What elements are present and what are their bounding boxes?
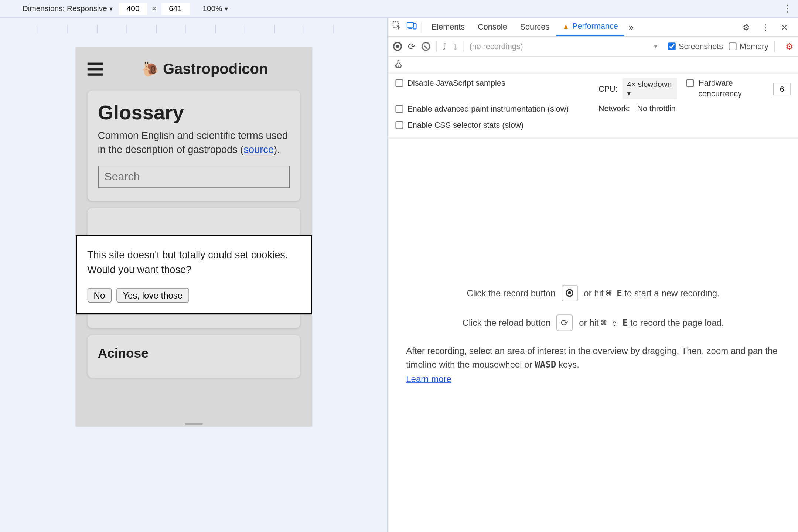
gear-icon[interactable]: ⚙ [740, 22, 753, 32]
responsive-viewport: 🐌Gastropodicon Glossary Common English a… [0, 18, 388, 532]
height-input[interactable] [161, 3, 190, 14]
close-icon[interactable]: ✕ [778, 22, 791, 32]
upload-icon[interactable]: ⤴ [443, 42, 447, 51]
tab-performance[interactable]: ▲Performance [556, 18, 624, 36]
capture-settings: Disable JavaScript samples CPU: 4× slowd… [388, 73, 798, 138]
css-selector-stats-checkbox[interactable]: Enable CSS selector stats (slow) [395, 120, 588, 130]
clear-icon[interactable] [422, 42, 430, 51]
glossary-subtitle: Common English and scientific terms used… [98, 129, 289, 157]
drawer-handle[interactable] [185, 423, 202, 425]
learn-more-link[interactable]: Learn more [406, 374, 451, 383]
search-input[interactable]: Search [98, 165, 289, 188]
tab-sources[interactable]: Sources [514, 18, 555, 36]
dimension-separator: × [152, 4, 156, 13]
cookie-text: This site doesn't but totally could set … [87, 248, 300, 277]
cpu-throttle-select[interactable]: 4× slowdown ▾ [622, 78, 677, 100]
performance-toolbar: ⟳ ⤴ ⤵ (no recordings) ▼ Screenshots Memo… [388, 37, 798, 57]
width-input[interactable] [119, 3, 147, 14]
screenshots-checkbox[interactable]: Screenshots [668, 42, 723, 51]
collect-garbage-icon[interactable] [394, 60, 402, 70]
performance-empty-state: Click the record button or hit ⌘ E to st… [388, 138, 798, 532]
record-button-hint[interactable] [562, 285, 578, 301]
site-brand: 🐌Gastropodicon [110, 60, 300, 77]
hamburger-icon[interactable] [87, 62, 103, 75]
chevron-down-icon[interactable]: ▼ [653, 43, 659, 50]
snail-icon: 🐌 [141, 61, 159, 77]
advanced-paint-checkbox[interactable]: Enable advanced paint instrumentation (s… [395, 104, 588, 115]
tabs-overflow-icon[interactable]: » [625, 22, 637, 32]
record-icon[interactable] [393, 42, 402, 51]
svg-rect-2 [408, 28, 412, 29]
warning-icon: ▲ [562, 22, 569, 30]
brand-text: Gastropodicon [163, 60, 268, 77]
kebab-icon[interactable]: ⋮ [759, 22, 772, 32]
hint-text: or hit ⌘ E to start a new recording. [584, 288, 720, 299]
download-icon[interactable]: ⤵ [453, 42, 457, 51]
device-toolbar-menu-icon[interactable]: ⋮ [782, 3, 792, 14]
hint-text: Click the reload button [463, 317, 551, 327]
recordings-dropdown[interactable]: (no recordings) [469, 42, 523, 51]
devtools-panel: Elements Console Sources ▲Performance » … [388, 18, 798, 532]
reload-icon[interactable]: ⟳ [408, 41, 416, 52]
cookie-yes-button[interactable]: Yes, love those [116, 288, 189, 303]
source-link[interactable]: source [243, 144, 274, 155]
dimensions-dropdown[interactable]: Dimensions: Responsive [23, 4, 113, 13]
glossary-card: Glossary Common English and scientific t… [87, 91, 300, 201]
hint-text: or hit ⌘ ⇧ E to record the page load. [579, 317, 724, 328]
cpu-label: CPU: [598, 84, 618, 93]
device-toggle-icon[interactable] [405, 22, 418, 32]
tab-console[interactable]: Console [472, 18, 513, 36]
hardware-concurrency-checkbox[interactable]: Hardware concurrency [686, 78, 768, 99]
tab-elements[interactable]: Elements [426, 18, 471, 36]
hardware-concurrency-input[interactable] [773, 83, 791, 95]
hint-text: After recording, select an area of inter… [406, 344, 780, 386]
memory-checkbox[interactable]: Memory [729, 42, 768, 51]
hint-text: Click the record button [467, 288, 555, 298]
svg-rect-1 [407, 23, 413, 27]
reload-button-hint[interactable]: ⟳ [556, 314, 573, 331]
capture-settings-icon[interactable]: ⚙ [785, 41, 793, 52]
glossary-title: Glossary [98, 101, 289, 124]
entry-term: Acinose [98, 346, 289, 361]
disable-js-samples-checkbox[interactable]: Disable JavaScript samples [395, 78, 588, 89]
glossary-entry: Acinose [87, 335, 300, 378]
inspect-icon[interactable] [391, 21, 404, 33]
network-label: Network: [598, 104, 630, 113]
zoom-dropdown[interactable]: 100% [202, 4, 228, 13]
network-throttle-select[interactable]: No throttlin [637, 104, 675, 113]
device-toolbar: Dimensions: Responsive × 100% ⋮ [0, 0, 798, 18]
device-frame: 🐌Gastropodicon Glossary Common English a… [75, 47, 312, 426]
ruler-horizontal [0, 18, 387, 33]
devtools-tabstrip: Elements Console Sources ▲Performance » … [388, 18, 798, 37]
performance-subtoolbar [388, 57, 798, 74]
cookie-no-button[interactable]: No [87, 288, 112, 303]
cookie-dialog: This site doesn't but totally could set … [75, 235, 312, 315]
